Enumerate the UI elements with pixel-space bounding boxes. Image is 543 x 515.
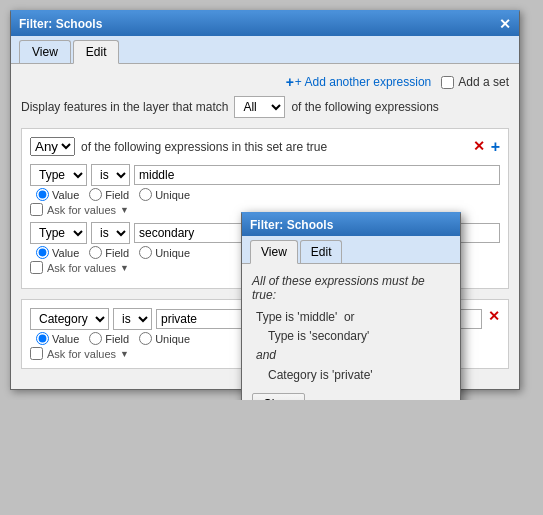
overlay-line-3: and bbox=[256, 346, 450, 365]
expr-1-operator-select[interactable]: is bbox=[91, 164, 130, 186]
expr-1-radio-group: Value Field Unique bbox=[32, 188, 500, 201]
tab-view[interactable]: View bbox=[19, 40, 71, 63]
expr-2-ask-arrow-icon: ▼ bbox=[120, 263, 129, 273]
main-close-icon[interactable]: ✕ bbox=[499, 16, 511, 32]
match-select[interactable]: All Any bbox=[234, 96, 285, 118]
overlay-tab-edit[interactable]: Edit bbox=[300, 240, 343, 263]
expr-1-radio-field-label[interactable]: Field bbox=[89, 188, 129, 201]
expr-2-radio-value[interactable] bbox=[36, 246, 49, 259]
single-expr-ask-arrow-icon: ▼ bbox=[120, 349, 129, 359]
expr-set-header-text: of the following expressions in this set… bbox=[81, 140, 327, 154]
expression-1: Type is Value Field bbox=[30, 164, 500, 216]
overlay-body: All of these expressions must be true: T… bbox=[242, 264, 460, 400]
expr-2-radio-unique-label[interactable]: Unique bbox=[139, 246, 190, 259]
expr-1-value-input[interactable] bbox=[134, 165, 500, 185]
expr-1-radio-value-label[interactable]: Value bbox=[36, 188, 79, 201]
single-expr-radio-value-label[interactable]: Value bbox=[36, 332, 79, 345]
expr-1-field-select[interactable]: Type bbox=[30, 164, 87, 186]
expr-2-radio-unique[interactable] bbox=[139, 246, 152, 259]
single-expr-field-select[interactable]: Category bbox=[30, 308, 109, 330]
tab-edit[interactable]: Edit bbox=[73, 40, 120, 64]
quantifier-select[interactable]: Any All bbox=[30, 137, 75, 156]
add-set-container: Add a set bbox=[441, 75, 509, 89]
main-tabs: View Edit bbox=[11, 36, 519, 64]
main-window: Filter: Schools ✕ View Edit + + Add anot… bbox=[10, 10, 520, 390]
expr-1-radio-value[interactable] bbox=[36, 188, 49, 201]
match-prefix: Display features in the layer that match bbox=[21, 100, 228, 114]
expr-2-radio-field-label[interactable]: Field bbox=[89, 246, 129, 259]
single-expr-radio-value[interactable] bbox=[36, 332, 49, 345]
expr-1-radio-unique-label[interactable]: Unique bbox=[139, 188, 190, 201]
single-expr-radio-unique[interactable] bbox=[139, 332, 152, 345]
overlay-line-2: Type is 'secondary' bbox=[268, 327, 450, 346]
main-window-title: Filter: Schools ✕ bbox=[11, 12, 519, 36]
expr-1-ask-checkbox[interactable] bbox=[30, 203, 43, 216]
add-set-label: Add a set bbox=[458, 75, 509, 89]
overlay-line-4: Category is 'private' bbox=[268, 366, 450, 385]
overlay-line-1: Type is 'middle' or bbox=[256, 308, 450, 327]
overlay-expr-text: Type is 'middle' or Type is 'secondary' … bbox=[256, 308, 450, 385]
single-expr-radio-unique-label[interactable]: Unique bbox=[139, 332, 190, 345]
add-set-checkbox[interactable] bbox=[441, 76, 454, 89]
overlay-title-text: Filter: Schools bbox=[250, 218, 333, 232]
remove-set-icon[interactable]: ✕ bbox=[473, 138, 485, 156]
expr-1-ask-arrow-icon: ▼ bbox=[120, 205, 129, 215]
expr-1-radio-unique[interactable] bbox=[139, 188, 152, 201]
expr-2-operator-select[interactable]: is bbox=[91, 222, 130, 244]
add-expression-link[interactable]: + + Add another expression bbox=[286, 74, 432, 90]
overlay-close-button[interactable]: Close bbox=[252, 393, 305, 400]
add-to-set-icon[interactable]: + bbox=[491, 138, 500, 156]
overlay-tabs: View Edit bbox=[242, 236, 460, 264]
expr-set-header: Any All of the following expressions in … bbox=[30, 137, 500, 156]
toolbar: + + Add another expression Add a set bbox=[21, 74, 509, 90]
remove-single-expr-icon[interactable]: ✕ bbox=[488, 308, 500, 324]
expr-2-radio-value-label[interactable]: Value bbox=[36, 246, 79, 259]
overlay-title: Filter: Schools bbox=[242, 214, 460, 236]
single-expr-radio-field-label[interactable]: Field bbox=[89, 332, 129, 345]
single-expr-ask-checkbox[interactable] bbox=[30, 347, 43, 360]
expr-1-inputs: Type is bbox=[30, 164, 500, 186]
expr-1-radio-field[interactable] bbox=[89, 188, 102, 201]
expr-2-ask-checkbox[interactable] bbox=[30, 261, 43, 274]
single-expr-operator-select[interactable]: is bbox=[113, 308, 152, 330]
expr-2-field-select[interactable]: Type bbox=[30, 222, 87, 244]
main-title-text: Filter: Schools bbox=[19, 17, 102, 31]
single-expr-remove: ✕ bbox=[482, 308, 500, 324]
overlay-tab-view[interactable]: View bbox=[250, 240, 298, 264]
add-expression-label: + Add another expression bbox=[295, 75, 431, 89]
set-controls: ✕ + bbox=[473, 138, 500, 156]
single-expr-radio-field[interactable] bbox=[89, 332, 102, 345]
match-suffix: of the following expressions bbox=[291, 100, 438, 114]
overlay-header-text: All of these expressions must be true: bbox=[252, 274, 450, 302]
expr-2-radio-field[interactable] bbox=[89, 246, 102, 259]
plus-icon: + bbox=[286, 74, 294, 90]
overlay-dialog: Filter: Schools View Edit All of these e… bbox=[241, 212, 461, 400]
match-row: Display features in the layer that match… bbox=[21, 96, 509, 118]
